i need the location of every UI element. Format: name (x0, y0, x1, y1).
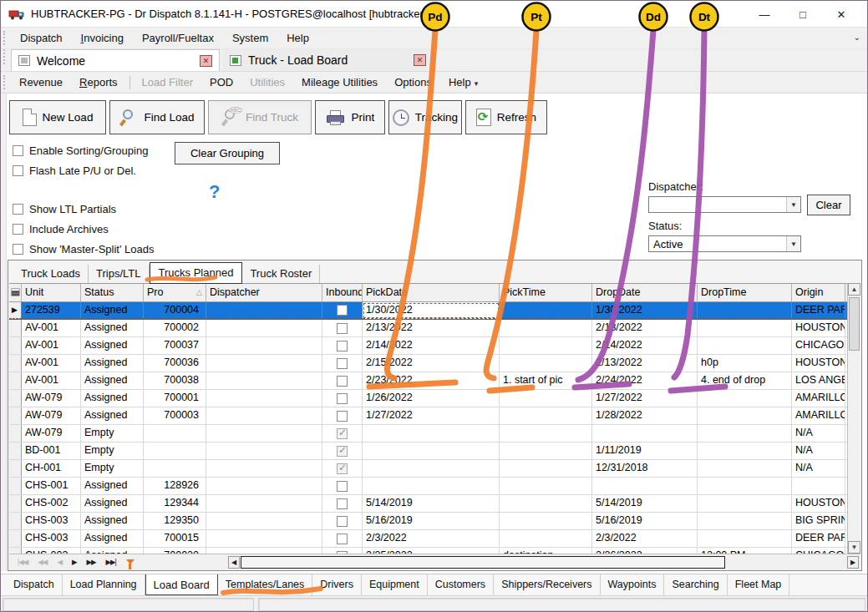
cell-drop_date[interactable]: 1/28/2022 (592, 407, 698, 424)
cell-pick_date[interactable]: 2/15/2022 (363, 355, 500, 372)
cell-pro[interactable]: 128926 (144, 478, 206, 494)
row-selector[interactable] (9, 320, 22, 336)
checkbox-box[interactable] (13, 204, 23, 215)
find-load-button[interactable]: Find Load (109, 100, 205, 134)
inbound-checkbox[interactable] (337, 358, 348, 369)
cell-dispatcher[interactable] (206, 548, 322, 554)
cell-pick_time[interactable] (500, 460, 592, 477)
cell-pro[interactable]: 700002 (144, 320, 206, 336)
cell-drop_date[interactable] (592, 425, 698, 442)
maximize-button[interactable]: □ (784, 1, 822, 28)
row-selector[interactable] (9, 443, 22, 459)
cell-inbound[interactable] (322, 390, 363, 407)
table-row[interactable]: CH-001Empty12/31/2018N/A (9, 460, 847, 478)
row-selector[interactable] (9, 478, 22, 494)
inbound-checkbox[interactable] (337, 305, 348, 316)
row-selector[interactable] (9, 337, 22, 354)
row-selector[interactable] (9, 548, 22, 554)
cell-inbound[interactable] (322, 372, 363, 389)
row-selector[interactable] (9, 530, 22, 547)
cell-origin[interactable]: HOUSTON (792, 495, 845, 512)
cell-drop_date[interactable]: 5/14/2019 (592, 495, 698, 512)
cell-origin[interactable]: LOS ANGELES (792, 372, 845, 389)
inbound-checkbox[interactable] (337, 323, 348, 334)
cell-pick_date[interactable] (363, 443, 500, 459)
cell-dispatcher[interactable] (206, 407, 322, 424)
module-tab-load-board[interactable]: Load Board (145, 574, 218, 595)
cell-pro[interactable] (144, 425, 206, 442)
cell-unit[interactable]: 272539 (22, 302, 81, 319)
cell-pick_time[interactable]: destination (500, 548, 592, 554)
cell-unit[interactable]: CHS-001 (22, 478, 81, 494)
vertical-scrollbar[interactable]: ▲ ▼ (847, 283, 860, 554)
cell-origin[interactable]: BIG SPRING (792, 513, 845, 529)
cell-origin[interactable]: CHICAGO (792, 337, 845, 354)
cell-inbound[interactable] (322, 425, 363, 442)
cell-pick_date[interactable]: 2/14/2022 (363, 337, 500, 354)
cell-status[interactable]: Assigned (81, 355, 144, 372)
cell-pro[interactable] (144, 460, 206, 477)
cell-pro[interactable]: 700004 (144, 302, 206, 319)
cell-pick_date[interactable]: 2/25/2022 (363, 548, 500, 554)
grid-corner-menu-icon[interactable] (9, 284, 22, 301)
module-tab-waypoints[interactable]: Waypoints (601, 574, 665, 595)
cell-unit[interactable]: BD-001 (22, 443, 81, 459)
checkbox-enable-sorting-grouping[interactable]: Enable Sorting/Grouping (13, 144, 148, 157)
help-question-glyph[interactable]: ? (209, 181, 220, 203)
table-row[interactable]: AV-001Assigned7000372/14/20222/14/2022CH… (9, 337, 847, 355)
column-header-drop_date[interactable]: DropDate (592, 284, 698, 301)
cell-drop_date[interactable] (592, 478, 698, 494)
inbound-checkbox[interactable] (337, 446, 348, 457)
cell-pro[interactable]: 700037 (144, 337, 206, 354)
cell-pick_time[interactable] (500, 495, 592, 512)
column-header-status[interactable]: Status (81, 284, 144, 301)
cell-pro[interactable]: 700003 (144, 407, 206, 424)
cell-drop_date[interactable]: 1/11/2019 (592, 443, 698, 459)
table-row[interactable]: BD-001Empty1/11/2019N/A (9, 443, 847, 460)
row-selector[interactable] (9, 513, 22, 529)
menu-item-invoicing[interactable]: Invoicing (72, 28, 133, 48)
cell-dispatcher[interactable] (206, 443, 322, 459)
cell-drop_time[interactable]: 12:00 PM (698, 548, 792, 554)
cell-inbound[interactable] (322, 337, 363, 354)
cell-drop_time[interactable] (698, 302, 792, 319)
submenu-item-help[interactable]: Help▾ (440, 73, 486, 92)
cell-origin[interactable] (792, 478, 845, 494)
clear-grouping-button[interactable]: Clear Grouping (175, 142, 280, 164)
inbound-checkbox[interactable] (337, 341, 348, 352)
column-header-drop_time[interactable]: DropTime (698, 284, 792, 301)
cell-drop_time[interactable] (698, 513, 792, 529)
cell-status[interactable]: Empty (81, 460, 144, 477)
cell-inbound[interactable] (322, 495, 363, 512)
submenu-item-options[interactable]: Options (386, 73, 440, 92)
column-header-origin[interactable]: Origin (792, 284, 845, 301)
table-row[interactable]: CHS-003Assigned7000202/25/2022destinatio… (9, 548, 847, 554)
table-row[interactable]: ▶272539Assigned7000041/30/20221/30/2022D… (9, 302, 847, 320)
cell-status[interactable]: Assigned (81, 302, 144, 319)
close-button[interactable]: ✕ (822, 1, 860, 28)
cell-pick_date[interactable]: 1/27/2022 (363, 407, 500, 424)
horizontal-scroll-thumb[interactable] (241, 556, 725, 569)
cell-pro[interactable]: 700015 (144, 530, 206, 547)
row-selector[interactable] (9, 425, 22, 442)
menu-item-payroll-fueltax[interactable]: Payroll/Fueltax (133, 28, 223, 48)
cell-pick_date[interactable]: 2/23/2022 (363, 372, 500, 389)
cell-origin[interactable]: CHICAGO (792, 548, 845, 554)
cell-pick_time[interactable] (500, 302, 592, 319)
cell-origin[interactable]: HOUSTON (792, 355, 845, 372)
inbound-checkbox[interactable] (337, 516, 348, 527)
table-row[interactable]: AV-001Assigned7000022/13/20222/13/2022HO… (9, 320, 847, 337)
column-header-pro[interactable]: Pro△ (144, 284, 206, 301)
cell-unit[interactable]: CHS-003 (22, 530, 81, 547)
table-row[interactable]: CHS-003Assigned7000152/3/20222/3/2022DEE… (9, 530, 847, 548)
cell-pro[interactable]: 700001 (144, 390, 206, 407)
scroll-left-icon[interactable]: ◀ (228, 556, 240, 569)
status-combo[interactable]: Active ▼ (648, 235, 801, 252)
cell-dispatcher[interactable] (206, 513, 322, 529)
cell-unit[interactable]: AW-079 (22, 425, 81, 442)
cell-inbound[interactable] (322, 407, 363, 424)
cell-dispatcher[interactable] (206, 320, 322, 336)
cell-unit[interactable]: AW-079 (22, 407, 81, 424)
submenu-item-revenue[interactable]: Revenue (11, 73, 71, 92)
inbound-checkbox[interactable] (337, 498, 348, 509)
